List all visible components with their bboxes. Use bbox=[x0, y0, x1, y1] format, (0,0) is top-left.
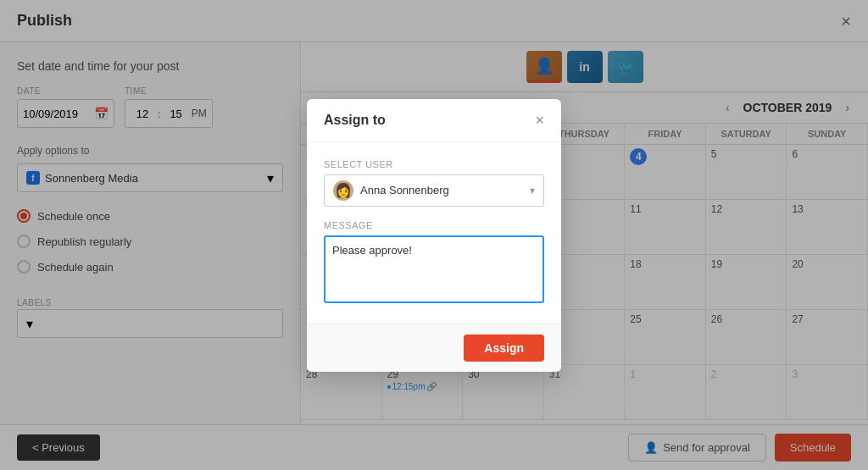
select-user-label: SELECT USER bbox=[324, 159, 544, 169]
modal-overlay: Assign to × SELECT USER 👩 Anna Sonnenber… bbox=[0, 0, 868, 470]
message-label: MESSAGE bbox=[324, 220, 544, 230]
modal-close-button[interactable]: × bbox=[535, 113, 544, 128]
message-textarea[interactable]: Please approve! bbox=[324, 235, 544, 303]
modal-title: Assign to bbox=[324, 113, 386, 128]
user-avatar: 👩 bbox=[333, 180, 353, 201]
modal-footer: Assign bbox=[307, 323, 561, 372]
selected-user-name: Anna Sonnenberg bbox=[360, 184, 530, 196]
assign-button[interactable]: Assign bbox=[464, 335, 544, 362]
modal-header: Assign to × bbox=[307, 99, 561, 142]
assign-modal: Assign to × SELECT USER 👩 Anna Sonnenber… bbox=[307, 99, 561, 372]
user-select-dropdown[interactable]: 👩 Anna Sonnenberg ▾ bbox=[324, 174, 544, 207]
modal-body: SELECT USER 👩 Anna Sonnenberg ▾ MESSAGE … bbox=[307, 142, 561, 323]
user-select-chevron-icon: ▾ bbox=[530, 185, 535, 196]
